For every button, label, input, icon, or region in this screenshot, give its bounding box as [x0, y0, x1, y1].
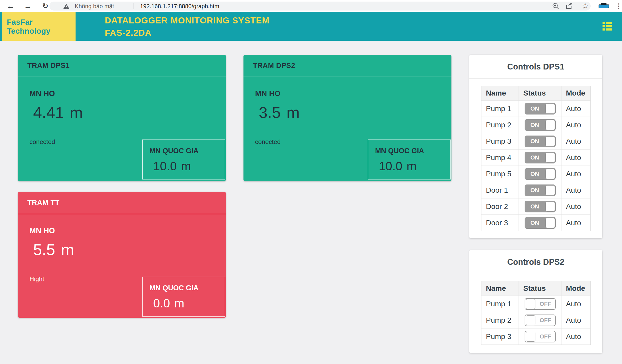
station-status: conected: [29, 138, 55, 146]
toggle-knob[interactable]: [545, 202, 555, 212]
toggle-label: ON: [525, 138, 545, 145]
device-status-cell: ON: [519, 198, 561, 215]
logo-line1: FasFar: [7, 18, 76, 27]
device-status-cell: OFF: [519, 312, 561, 328]
panel-title: Controls DPS1: [469, 55, 602, 72]
sub-measure-box: MN QUOC GIA 10.0m: [368, 139, 451, 179]
toggle-switch[interactable]: ON: [525, 103, 556, 114]
toggle-switch[interactable]: ON: [525, 201, 556, 212]
toggle-label: ON: [525, 122, 545, 128]
toggle-switch[interactable]: ON: [525, 136, 556, 147]
extension-icon[interactable]: [598, 2, 610, 10]
device-status-cell: OFF: [519, 296, 561, 312]
device-status-cell: ON: [519, 133, 561, 149]
station-title: TRAM TT: [27, 199, 59, 207]
share-icon[interactable]: [565, 2, 574, 10]
device-mode: Auto: [561, 182, 591, 198]
toggle-label: ON: [525, 171, 545, 177]
device-name: Door 1: [481, 182, 519, 198]
toggle-switch[interactable]: ON: [525, 168, 556, 180]
page-title: DATALOGGER MONITORING SYSTEM: [105, 14, 270, 27]
measure-value: 3.5m: [259, 103, 300, 122]
device-mode: Auto: [561, 166, 591, 182]
toggle-knob[interactable]: [545, 104, 555, 114]
table-row: Door 1ONAuto: [481, 182, 591, 198]
toggle-switch[interactable]: ON: [525, 185, 556, 196]
device-mode: Auto: [561, 328, 591, 345]
toggle-knob[interactable]: [526, 315, 535, 325]
toggle-label: OFF: [536, 301, 555, 307]
panel-title: Controls DPS2: [469, 250, 602, 267]
controls-panel-dps1: Controls DPS1 Name Status Mode Pump 1ONA…: [469, 55, 602, 238]
toggle-label: ON: [525, 154, 545, 161]
toggle-label: OFF: [536, 333, 555, 340]
device-status-cell: ON: [519, 101, 561, 117]
toggle-knob[interactable]: [526, 332, 535, 342]
logo-line2: Technology: [7, 27, 76, 36]
page: ← → ↻ Không bảo mật 192.168.1.217:8880/g…: [0, 0, 622, 364]
toggle-switch[interactable]: OFF: [525, 298, 556, 310]
device-mode: Auto: [561, 149, 591, 166]
toggle-knob[interactable]: [545, 218, 555, 228]
column-header-status: Status: [519, 281, 561, 296]
controls-table: Name Status Mode Pump 1ONAutoPump 2ONAut…: [481, 86, 591, 231]
device-status-cell: ON: [519, 149, 561, 166]
not-secure-warning-icon[interactable]: [63, 3, 69, 9]
table-row: Pump 2ONAuto: [481, 117, 591, 133]
controls-panel-dps2: Controls DPS2 Name Status Mode Pump 1OFF…: [469, 250, 602, 353]
column-header-name: Name: [481, 86, 519, 101]
station-title: TRAM DPS1: [27, 62, 70, 70]
device-mode: Auto: [561, 296, 591, 312]
device-status-cell: OFF: [519, 328, 561, 345]
panel-divider: [469, 78, 602, 79]
column-header-mode: Mode: [561, 281, 591, 296]
toggle-switch[interactable]: ON: [525, 152, 556, 163]
toggle-switch[interactable]: ON: [525, 217, 556, 229]
controls-table: Name Status Mode Pump 1OFFAutoPump 2OFFA…: [481, 281, 591, 345]
device-name: Pump 2: [481, 117, 519, 133]
device-mode: Auto: [561, 101, 591, 117]
table-row: Pump 2OFFAuto: [481, 312, 591, 328]
measure-value: 4.41m: [33, 103, 83, 122]
station-card-tt: TRAM TT MN HO 5.5m Hight MN QUOC GIA 0.0…: [18, 192, 226, 318]
toggle-label: OFF: [536, 317, 555, 324]
toggle-knob[interactable]: [545, 169, 555, 179]
device-status-cell: ON: [519, 215, 561, 231]
sub-measure-value: 10.0m: [379, 159, 417, 173]
column-header-mode: Mode: [561, 86, 591, 101]
toggle-switch[interactable]: OFF: [525, 315, 556, 326]
measure-label: MN HO: [255, 89, 281, 98]
forward-icon[interactable]: →: [22, 0, 34, 12]
column-header-status: Status: [519, 86, 561, 101]
sub-measure-label: MN QUOC GIA: [150, 284, 198, 292]
browser-toolbar: ← → ↻ Không bảo mật 192.168.1.217:8880/g…: [0, 0, 622, 12]
device-name: Pump 1: [481, 296, 519, 312]
toggle-knob[interactable]: [545, 185, 555, 195]
address-bar[interactable]: Không bảo mật 192.168.1.217:8880/graph.h…: [49, 2, 591, 11]
table-row: Door 2ONAuto: [481, 198, 591, 215]
back-icon[interactable]: ←: [5, 0, 16, 12]
toggle-knob[interactable]: [545, 136, 555, 146]
toggle-switch[interactable]: OFF: [525, 331, 556, 342]
device-status-cell: ON: [519, 117, 561, 133]
security-label: Không bảo mật: [75, 3, 114, 10]
app-title: DATALOGGER MONITORING SYSTEM FAS-2.2DA: [105, 12, 270, 41]
toggle-knob[interactable]: [526, 299, 535, 309]
sub-measure-value: 10.0m: [153, 159, 191, 173]
url-text: 192.168.1.217:8880/graph.htm: [140, 3, 219, 10]
list-menu-icon[interactable]: [603, 22, 612, 31]
station-card-dps2: TRAM DPS2 MN HO 3.5m conected MN QUOC GI…: [243, 55, 451, 181]
device-mode: Auto: [561, 215, 591, 231]
measure-label: MN HO: [29, 226, 55, 235]
device-mode: Auto: [561, 312, 591, 328]
table-row: Pump 1ONAuto: [481, 101, 591, 117]
toggle-switch[interactable]: ON: [525, 119, 556, 131]
sub-measure-label: MN QUOC GIA: [150, 147, 198, 155]
logo: FasFar Technology: [2, 12, 76, 41]
device-name: Pump 5: [481, 166, 519, 182]
bookmark-star-icon[interactable]: ☆: [581, 2, 590, 10]
toggle-knob[interactable]: [545, 153, 555, 163]
zoom-icon[interactable]: [552, 2, 561, 10]
browser-menu-icon[interactable]: ⋮: [615, 2, 621, 11]
toggle-knob[interactable]: [545, 120, 555, 130]
